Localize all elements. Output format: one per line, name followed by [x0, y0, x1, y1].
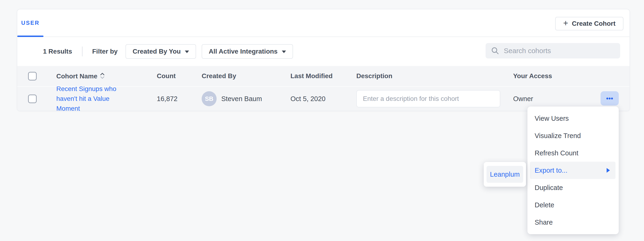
create-cohort-label: Create Cohort: [572, 20, 616, 27]
created-by-dropdown-label: Created By You: [132, 48, 181, 55]
menu-item-export-to-label: Export to...: [535, 167, 567, 174]
table-header: Cohort Name Count Created By Last Modifi…: [17, 66, 630, 86]
created-by-dropdown[interactable]: Created By You: [126, 44, 196, 59]
plus-icon: +: [563, 19, 568, 27]
column-count[interactable]: Count: [157, 72, 202, 80]
column-last-modified[interactable]: Last Modified: [290, 72, 356, 80]
ellipsis-icon: [606, 98, 608, 99]
search-icon: [491, 47, 499, 55]
menu-item-refresh-count[interactable]: Refresh Count: [530, 144, 616, 162]
cohort-name-link[interactable]: Recent Signups who haven't hit a Value M…: [56, 84, 129, 113]
row-actions-button[interactable]: [600, 91, 619, 106]
avatar: SB: [202, 91, 216, 106]
search-input[interactable]: [504, 47, 614, 55]
filter-bar: 1 Results Filter by Created By You All A…: [17, 37, 630, 66]
row-checkbox-cell: [28, 95, 56, 103]
integrations-dropdown-label: All Active Integrations: [209, 48, 278, 55]
row-actions-menu: View Users Visualize Trend Refresh Count…: [528, 106, 619, 234]
tab-bar: USER + Create Cohort: [17, 9, 630, 37]
select-all-checkbox[interactable]: [28, 72, 37, 81]
menu-item-share[interactable]: Share: [530, 214, 616, 231]
submenu-arrow-icon: [606, 168, 610, 173]
row-checkbox[interactable]: [28, 95, 37, 103]
created-by-name: Steven Baum: [221, 95, 262, 103]
cohort-count: 16,872: [157, 95, 202, 103]
column-created-by[interactable]: Created By: [202, 72, 290, 80]
column-cohort-name-label: Cohort Name: [56, 73, 98, 80]
ellipsis-icon: [611, 98, 613, 99]
cohort-name-cell: Recent Signups who haven't hit a Value M…: [56, 84, 157, 113]
description-input[interactable]: [356, 90, 500, 107]
filter-by-label: Filter by: [92, 48, 118, 55]
column-description[interactable]: Description: [356, 72, 513, 80]
search-box[interactable]: [486, 43, 620, 59]
sort-icon: [100, 72, 105, 79]
cohorts-panel: USER + Create Cohort 1 Results Filter by…: [17, 9, 630, 111]
column-cohort-name[interactable]: Cohort Name: [56, 72, 157, 80]
submenu-item-leanplum[interactable]: Leanplum: [486, 166, 523, 183]
divider: [82, 47, 82, 56]
export-submenu: Leanplum: [484, 162, 526, 187]
chevron-down-icon: [282, 51, 286, 53]
header-checkbox-cell: [28, 72, 56, 81]
menu-item-visualize-trend[interactable]: Visualize Trend: [530, 127, 616, 144]
results-count: 1 Results: [43, 48, 72, 55]
create-cohort-button[interactable]: + Create Cohort: [555, 17, 624, 31]
integrations-dropdown[interactable]: All Active Integrations: [202, 44, 293, 59]
menu-item-delete[interactable]: Delete: [530, 196, 616, 214]
ellipsis-icon: [609, 98, 610, 99]
menu-item-export-to[interactable]: Export to...: [530, 162, 616, 179]
chevron-down-icon: [185, 51, 189, 53]
tab-user-label: USER: [21, 20, 40, 26]
last-modified-cell: Oct 5, 2020: [290, 95, 356, 103]
description-cell: [356, 90, 513, 107]
created-by-cell: SB Steven Baum: [202, 91, 290, 106]
column-your-access[interactable]: Your Access: [513, 72, 630, 80]
menu-item-duplicate[interactable]: Duplicate: [530, 179, 616, 196]
tab-user[interactable]: USER: [17, 9, 44, 37]
menu-item-view-users[interactable]: View Users: [530, 110, 616, 127]
